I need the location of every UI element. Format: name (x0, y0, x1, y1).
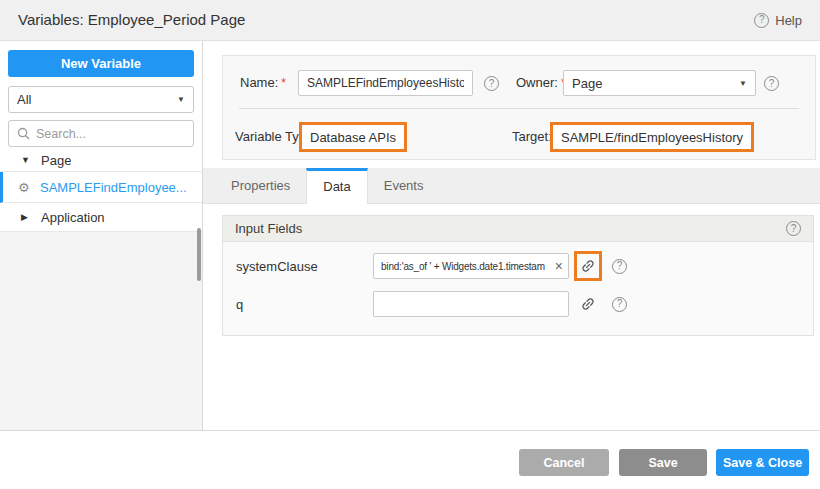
variable-filter-value: All (17, 92, 31, 107)
name-input[interactable] (298, 70, 473, 96)
owner-help-icon[interactable]: ? (764, 76, 779, 91)
help-label: Help (775, 13, 802, 28)
page-title: Variables: Employee_Period Page (18, 0, 245, 40)
help-icon: ? (754, 13, 769, 28)
link-icon (577, 293, 600, 316)
systemclause-help-icon[interactable]: ? (612, 259, 627, 274)
save-close-button[interactable]: Save & Close (716, 449, 809, 476)
new-variable-button[interactable]: New Variable (8, 50, 194, 77)
variable-detail-pane: Name:* ? Owner:* Page ▼ ? Variable Type:… (203, 41, 820, 430)
bind-link-button[interactable] (577, 292, 599, 316)
owner-label: Owner:* (516, 70, 566, 96)
page-header: Variables: Employee_Period Page ? Help (0, 0, 820, 41)
q-help-icon[interactable]: ? (612, 297, 627, 312)
variable-summary-panel: Name:* ? Owner:* Page ▼ ? Variable Type:… (222, 55, 816, 160)
sidebar-item-label: SAMPLEFindEmployee... (40, 180, 187, 195)
sidebar-group-application-label: Application (41, 210, 105, 225)
target-highlight: SAMPLE/findEmployeesHistory (550, 122, 754, 152)
variable-search (8, 120, 194, 147)
tab-properties[interactable]: Properties (215, 168, 306, 203)
sidebar-group-page-label: Page (41, 153, 71, 168)
systemclause-input[interactable]: bind:'as_of ' + Widgets.date1.timestam × (373, 253, 569, 279)
sidebar-item-samplefindemployees[interactable]: ⚙ SAMPLEFindEmployee... (0, 172, 202, 203)
target-label: Target: (512, 122, 552, 152)
sidebar-scrollbar-thumb[interactable] (197, 228, 201, 281)
name-label: Name:* (240, 70, 286, 96)
bind-button-highlight (574, 251, 602, 281)
owner-value: Page (572, 76, 602, 91)
variable-type-value: Database APIs (310, 130, 396, 145)
bind-button-wrap (574, 289, 602, 319)
variable-type-highlight: Database APIs (299, 122, 407, 152)
input-fields-header: Input Fields ? (223, 216, 813, 242)
input-fields-body: systemClause bind:'as_of ' + Widgets.dat… (223, 242, 813, 335)
search-icon (17, 127, 30, 140)
field-label: systemClause (236, 259, 373, 274)
sidebar-group-page[interactable]: ▼ Page (0, 149, 202, 172)
input-fields-panel: Input Fields ? systemClause bind:'as_of … (222, 215, 814, 336)
tab-data[interactable]: Data (306, 168, 367, 204)
target-value: SAMPLE/findEmployeesHistory (561, 130, 743, 145)
chevron-collapsed-icon[interactable]: ▶ (21, 212, 41, 222)
variables-sidebar: New Variable All ▼ ▼ Page ⚙ SAMPLEFindEm… (0, 41, 203, 430)
field-row-systemclause: systemClause bind:'as_of ' + Widgets.dat… (223, 247, 813, 285)
bind-link-button[interactable] (577, 254, 599, 278)
service-variable-icon: ⚙ (18, 180, 40, 195)
save-button[interactable]: Save (619, 449, 707, 476)
chevron-down-icon: ▼ (739, 79, 747, 88)
clear-icon[interactable]: × (554, 259, 564, 273)
sidebar-group-application[interactable]: ▶ Application (0, 203, 202, 232)
cancel-button[interactable]: Cancel (519, 449, 609, 476)
tab-events[interactable]: Events (368, 168, 440, 203)
field-row-q: q ? (223, 285, 813, 323)
required-marker: * (281, 76, 286, 90)
divider (239, 108, 799, 109)
field-label: q (236, 297, 373, 312)
chevron-expanded-icon[interactable]: ▼ (21, 155, 41, 165)
variable-filter-select[interactable]: All ▼ (8, 86, 194, 113)
systemclause-value: bind:'as_of ' + Widgets.date1.timestam (381, 261, 554, 272)
chevron-down-icon: ▼ (177, 95, 185, 104)
link-icon (577, 255, 600, 278)
input-fields-title: Input Fields (235, 221, 302, 236)
input-fields-help-icon[interactable]: ? (786, 221, 801, 236)
q-input[interactable] (373, 291, 569, 317)
owner-select[interactable]: Page ▼ (563, 70, 756, 96)
help-button[interactable]: ? Help (754, 0, 802, 40)
name-help-icon[interactable]: ? (484, 76, 499, 91)
action-footer: Cancel Save Save & Close (0, 430, 820, 489)
search-input[interactable] (36, 127, 185, 141)
sidebar-background (0, 231, 202, 430)
detail-tabbar: Properties Data Events (203, 168, 820, 204)
